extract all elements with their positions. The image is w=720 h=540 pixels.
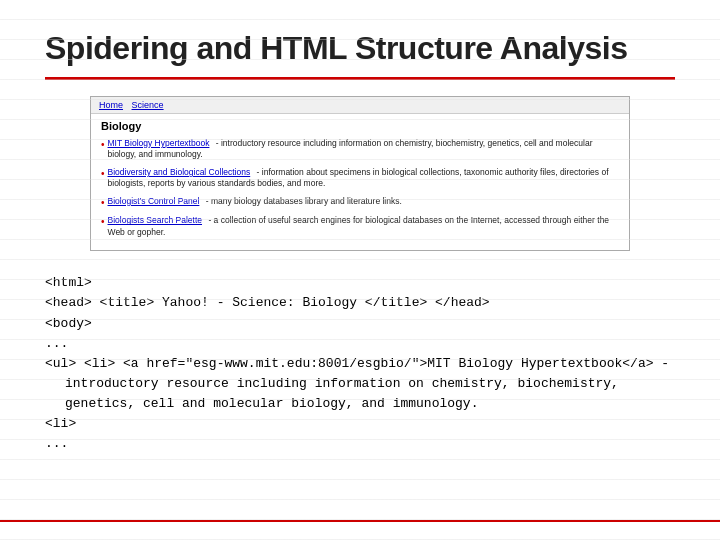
browser-list: • MIT Biology Hypertextbook - introducto… [101, 138, 619, 238]
browser-nav: Home Science [91, 97, 629, 114]
code-line-7: genetics, cell and molecular biology, an… [65, 394, 675, 414]
biodiversity-link[interactable]: Biodiversity and Biological Collections [108, 167, 251, 177]
search-palette-link[interactable]: Biologists Search Palette [108, 215, 203, 225]
code-section: <html> <head> <title> Yahoo! - Science: … [45, 273, 675, 454]
control-panel-link[interactable]: Biologist's Control Panel [108, 196, 200, 206]
bullet-icon: • [101, 167, 105, 181]
list-item-content: Biodiversity and Biological Collections … [108, 167, 619, 190]
nav-link-home[interactable]: Home [99, 100, 123, 110]
code-line-1: <html> [45, 273, 675, 293]
bullet-icon: • [101, 215, 105, 229]
code-line-5: <ul> <li> <a href="esg-www.mit.edu:8001/… [45, 354, 675, 374]
slide-title: Spidering and HTML Structure Analysis [45, 30, 675, 67]
background-lines [0, 0, 720, 540]
browser-screenshot: Home Science Biology • MIT Biology Hyper… [90, 96, 630, 251]
browser-content: Biology • MIT Biology Hypertextbook - in… [91, 114, 629, 250]
browser-page-title: Biology [101, 120, 619, 132]
list-item-content: Biologist's Control Panel - many biology… [108, 196, 402, 207]
list-item: • Biologist's Control Panel - many biolo… [101, 196, 619, 210]
nav-link-science[interactable]: Science [132, 100, 164, 110]
list-item: • MIT Biology Hypertextbook - introducto… [101, 138, 619, 161]
code-line-8: <li> [45, 414, 675, 434]
code-line-9: ... [45, 434, 675, 454]
mit-biology-link[interactable]: MIT Biology Hypertextbook [108, 138, 210, 148]
code-line-4: ... [45, 334, 675, 354]
slide: Spidering and HTML Structure Analysis Ho… [0, 0, 720, 540]
bullet-icon: • [101, 196, 105, 210]
list-item-content: MIT Biology Hypertextbook - introductory… [108, 138, 619, 161]
bullet-icon: • [101, 138, 105, 152]
list-item-content: Biologists Search Palette - a collection… [108, 215, 619, 238]
code-line-2: <head> <title> Yahoo! - Science: Biology… [45, 293, 675, 313]
control-panel-desc: - many biology databases library and lit… [206, 196, 402, 206]
bottom-rule [0, 520, 720, 522]
list-item: • Biodiversity and Biological Collection… [101, 167, 619, 190]
list-item: • Biologists Search Palette - a collecti… [101, 215, 619, 238]
title-underline [45, 77, 675, 80]
code-line-6: introductory resource including informat… [65, 374, 675, 394]
code-line-3: <body> [45, 314, 675, 334]
